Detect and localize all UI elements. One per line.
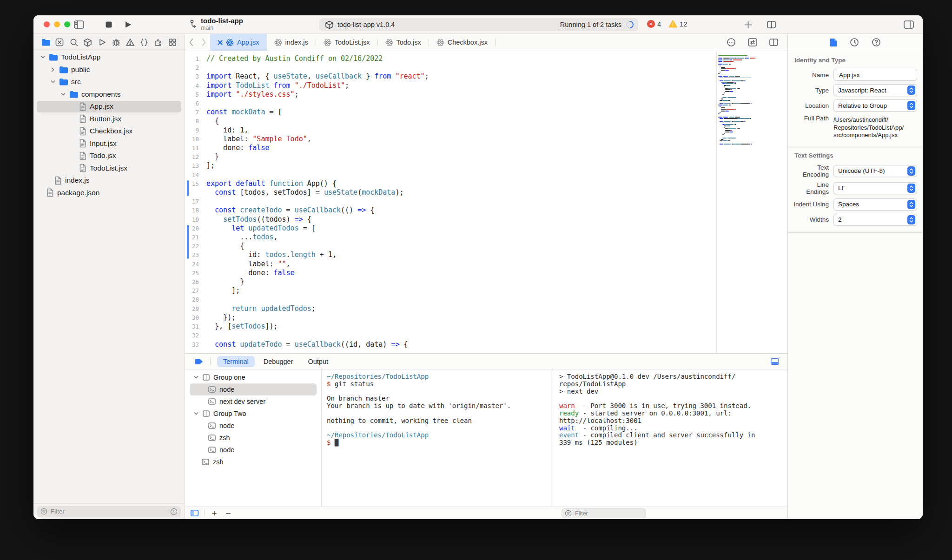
tab-todolist-jsx[interactable]: TodoList.jsx: [316, 34, 377, 51]
text-encoding-select[interactable]: Unicode (UTF-8): [833, 165, 917, 177]
tree-item-checkbox-jsx[interactable]: Checkbox.jsx: [33, 125, 185, 138]
tree-item-todolistapp[interactable]: TodoListApp: [33, 51, 185, 64]
file-icon: [79, 127, 86, 136]
run-button[interactable]: [123, 19, 134, 30]
stepper-icon[interactable]: [907, 86, 915, 95]
terminal-session-node[interactable]: node: [185, 383, 321, 395]
forward-button[interactable]: [198, 34, 210, 51]
widths-select[interactable]: 2: [833, 214, 917, 226]
back-button[interactable]: [185, 34, 198, 51]
full-path-label: Full Path: [793, 115, 833, 122]
code-editor[interactable]: 1// Created by Austin Condiff on 02/16/2…: [185, 51, 787, 353]
hide-panel-icon[interactable]: [771, 358, 779, 365]
cube-icon[interactable]: [83, 37, 93, 47]
terminal-session-node[interactable]: node: [185, 444, 321, 456]
stop-button[interactable]: [103, 19, 114, 30]
terminal-pane-2[interactable]: > TodoListApp@0.1.0 dev /Users/austincon…: [551, 369, 787, 507]
split-editor-button[interactable]: [766, 19, 777, 30]
x-square-icon[interactable]: [54, 37, 65, 47]
remove-terminal-button[interactable]: −: [224, 509, 232, 518]
close-tab-icon[interactable]: [218, 40, 223, 45]
name-field[interactable]: [833, 69, 917, 81]
file-inspector-icon[interactable]: [830, 38, 837, 47]
puzzle-icon[interactable]: [153, 37, 164, 47]
navigator-filter[interactable]: [37, 506, 181, 517]
tag-icon[interactable]: [194, 358, 204, 365]
stepper-icon[interactable]: [907, 101, 915, 110]
play-icon[interactable]: [97, 37, 107, 47]
line-number: 27: [185, 286, 206, 295]
bug-icon[interactable]: [111, 37, 121, 47]
panel-sidebar-toggle-icon[interactable]: [191, 510, 198, 516]
terminal-filter[interactable]: [562, 508, 646, 518]
stepper-icon[interactable]: [907, 215, 915, 224]
tree-item-button-jsx[interactable]: Button.jsx: [33, 113, 185, 125]
tree-item-public[interactable]: public: [33, 64, 185, 76]
close-button[interactable]: [44, 21, 50, 27]
braces-icon[interactable]: [139, 37, 149, 47]
minimize-button[interactable]: [54, 21, 60, 27]
tree-item-input-jsx[interactable]: Input.jsx: [33, 138, 185, 150]
minimap[interactable]: [718, 55, 767, 145]
tab-checkbox-jsx[interactable]: Checkbox.jsx: [429, 34, 495, 51]
add-button[interactable]: [742, 19, 754, 30]
folder-icon[interactable]: [40, 37, 51, 47]
terminal-pane-1[interactable]: ~/Repositories/TodoListApp$ git status O…: [322, 369, 551, 507]
stepper-icon[interactable]: [907, 200, 915, 209]
chevron-down-icon[interactable]: [193, 375, 199, 380]
panel-tab-output[interactable]: Output: [302, 356, 334, 367]
tab-index-js[interactable]: index.js: [267, 34, 316, 51]
chevron-down-icon[interactable]: [193, 411, 199, 416]
warning-icon[interactable]: [125, 37, 135, 47]
terminal-session-zsh[interactable]: zsh: [185, 456, 321, 468]
tree-item-label: components: [81, 90, 120, 99]
tab-app-jsx[interactable]: App.jsx: [210, 34, 267, 51]
stepper-icon[interactable]: [907, 166, 915, 176]
plus-minus-icon[interactable]: [170, 508, 178, 515]
zoom-button[interactable]: [64, 21, 70, 27]
chevron-right-icon[interactable]: [50, 67, 56, 72]
status-pill[interactable]: todo-list-app v1.0.4 Running 1 of 2 task…: [319, 18, 638, 31]
history-inspector-icon[interactable]: [850, 38, 859, 47]
name-input[interactable]: [838, 71, 915, 79]
error-badge[interactable]: ✕ 4: [647, 20, 661, 28]
panel-tab-debugger[interactable]: Debugger: [258, 356, 299, 367]
chevron-down-icon[interactable]: [50, 79, 56, 85]
terminal-session-next-dev-server[interactable]: next dev server: [185, 395, 321, 408]
stepper-icon[interactable]: [907, 184, 915, 193]
terminal-session-group-one[interactable]: Group one: [185, 371, 321, 383]
tree-item-todo-jsx[interactable]: Todo.jsx: [33, 150, 185, 162]
navigator-filter-input[interactable]: [50, 507, 168, 515]
more-options-icon[interactable]: [727, 38, 736, 47]
session-label: next dev server: [219, 398, 265, 405]
type-select[interactable]: Javascript: React: [833, 84, 917, 96]
location-select[interactable]: Relative to Group: [833, 99, 917, 112]
search-icon[interactable]: [69, 37, 79, 47]
help-inspector-icon[interactable]: [872, 38, 881, 47]
panel-tab-terminal[interactable]: Terminal: [217, 356, 255, 367]
terminal-session-zsh[interactable]: zsh: [185, 432, 321, 444]
tree-item-todolist-jsx[interactable]: TodoList.jsx: [33, 162, 185, 175]
chevron-down-icon[interactable]: [40, 54, 46, 60]
add-terminal-button[interactable]: +: [210, 509, 218, 518]
tree-item-package-json[interactable]: package.json: [33, 187, 185, 199]
indent-using-select[interactable]: Spaces: [833, 198, 917, 211]
terminal-filter-input[interactable]: [574, 510, 643, 517]
right-sidebar-toggle-icon[interactable]: [903, 19, 914, 30]
terminal-session-group-two[interactable]: Group Two: [185, 408, 321, 420]
split-view-icon[interactable]: [769, 39, 778, 46]
left-sidebar-toggle-icon[interactable]: [73, 19, 85, 30]
terminal-session-list: Group one node next dev server Group Two…: [185, 369, 322, 507]
line-endings-select[interactable]: LF: [833, 182, 917, 194]
tab-todo-jsx[interactable]: Todo.jsx: [378, 34, 429, 51]
chevron-down-icon[interactable]: [60, 92, 66, 97]
terminal-session-node[interactable]: node: [185, 420, 321, 432]
tree-item-src[interactable]: src: [33, 76, 185, 88]
tree-item-index-js[interactable]: index.js: [33, 174, 185, 187]
warning-badge[interactable]: 12: [668, 20, 687, 28]
swap-file-icon[interactable]: [748, 38, 757, 46]
code-line: 15export default function App() {: [185, 179, 715, 188]
tree-item-components[interactable]: components: [33, 88, 185, 101]
tree-item-app-jsx[interactable]: App.jsx: [33, 100, 185, 113]
grid-icon[interactable]: [167, 37, 178, 47]
